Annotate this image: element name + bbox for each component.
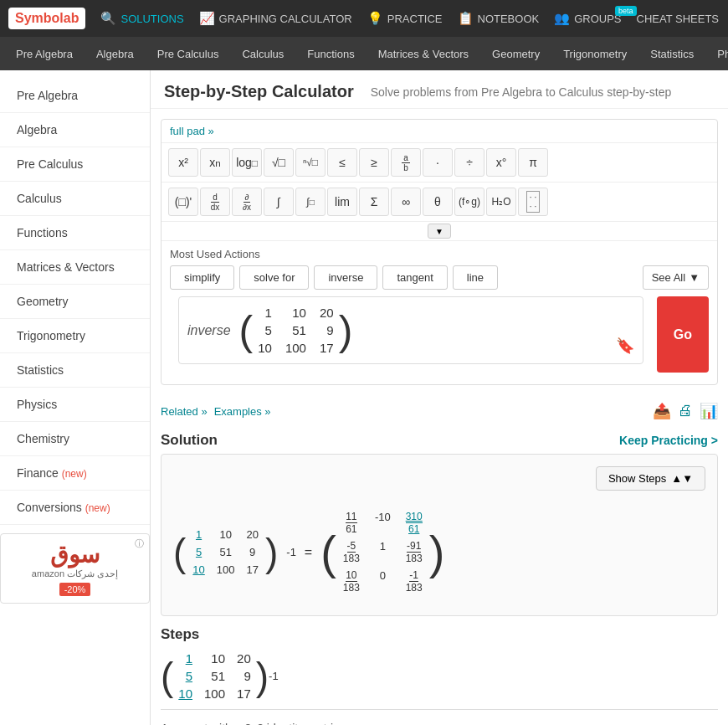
cat-matrices[interactable]: Matrices & Vectors — [367, 37, 480, 70]
nav-cheatsheets[interactable]: CHEAT SHEETS — [637, 13, 719, 25]
sym-partial[interactable]: ∂ ∂x — [232, 188, 262, 216]
conversions-new-badge: (new) — [85, 502, 110, 514]
sym-matrix[interactable]: · ·· · — [518, 188, 548, 216]
steps-title: Steps — [161, 626, 718, 643]
result-left-paren: ( — [320, 525, 336, 579]
see-all-button[interactable]: See All ▼ — [643, 265, 709, 290]
cat-calculus[interactable]: Calculus — [230, 37, 295, 70]
matrix-grid: 11020 5519 1010017 — [253, 306, 338, 355]
sym-intdef[interactable]: ∫□ — [295, 188, 326, 216]
sym-h2o[interactable]: H₂O — [486, 188, 516, 216]
nav-groups[interactable]: 👥 GROUPS beta — [554, 11, 621, 26]
sidebar-item-geometry[interactable]: Geometry — [0, 285, 150, 319]
right-paren: ) — [339, 310, 353, 352]
export-icon[interactable]: 📊 — [700, 402, 718, 420]
sym-nrt[interactable]: ⁿ√□ — [295, 148, 326, 177]
sidebar-item-matrices[interactable]: Matrices & Vectors — [0, 250, 150, 285]
sidebar-item-calculus[interactable]: Calculus — [0, 182, 150, 216]
chevron-down-icon: ▼ — [689, 271, 700, 284]
solution-input-matrix: ( 11020 5519 1010017 ) — [173, 525, 278, 579]
action-tangent[interactable]: tangent — [382, 265, 447, 290]
see-all-label: See All — [652, 271, 685, 284]
related-links: Related » Examples » — [161, 405, 271, 418]
sidebar-item-physics[interactable]: Physics — [0, 388, 150, 422]
sym-theta[interactable]: θ — [423, 188, 453, 216]
bookmark-icon[interactable]: 🔖 — [616, 337, 634, 355]
keep-practicing-link[interactable]: Keep Practicing > — [619, 434, 718, 447]
practice-icon: 💡 — [367, 11, 383, 26]
sidebar-item-prealgebra[interactable]: Pre Algebra — [0, 79, 150, 113]
sidebar-item-functions[interactable]: Functions — [0, 216, 150, 250]
sidebar-item-trigonometry[interactable]: Trigonometry — [0, 319, 150, 353]
sym-sqrt[interactable]: √□ — [264, 148, 294, 177]
actions-row: Most Used Actions simplify solve for inv… — [161, 241, 717, 296]
graphing-icon: 📈 — [199, 11, 215, 26]
sym-geq[interactable]: ≥ — [359, 148, 389, 177]
action-inverse[interactable]: inverse — [314, 265, 377, 290]
sym-dot[interactable]: · — [423, 148, 453, 177]
main-layout: Pre Algebra Algebra Pre Calculus Calculu… — [0, 70, 728, 725]
action-line[interactable]: line — [453, 265, 498, 290]
sym-x2[interactable]: x² — [168, 148, 198, 177]
left-paren: ( — [239, 310, 254, 352]
action-simplify[interactable]: simplify — [170, 265, 234, 290]
symbol-toolbar-row2: (□)' d dx ∂ ∂x ∫ ∫□ lim Σ ∞ — [161, 183, 717, 222]
sym-frac[interactable]: a b — [391, 148, 421, 177]
action-buttons: simplify solve for inverse tangent line … — [170, 265, 709, 290]
go-button[interactable]: Go — [657, 296, 709, 373]
show-steps-chevron: ▲▼ — [671, 472, 693, 485]
math-input-area[interactable]: inverse ( 11020 5519 1010017 ) 🔖 — [178, 296, 643, 364]
logo[interactable]: Symbolab — [8, 8, 85, 29]
sym-inf[interactable]: ∞ — [391, 188, 421, 216]
page-header: Step-by-Step Calculator Solve problems f… — [151, 70, 728, 109]
sym-comp[interactable]: (f∘g) — [454, 188, 484, 216]
input-matrix-display: ( 11020 5519 1010017 ) — [239, 306, 353, 355]
cat-trigonometry[interactable]: Trigonometry — [551, 37, 638, 70]
share-icon[interactable]: 📤 — [653, 402, 671, 420]
examples-link[interactable]: Examples » — [214, 405, 271, 418]
related-link[interactable]: Related » — [161, 405, 208, 418]
power-label: -1 — [286, 546, 296, 558]
sidebar-item-finance[interactable]: Finance (new) — [0, 456, 150, 491]
cat-geometry[interactable]: Geometry — [480, 37, 551, 70]
nav-solutions[interactable]: 🔍 SOLUTIONS — [100, 11, 183, 26]
sidebar-item-chemistry[interactable]: Chemistry — [0, 422, 150, 456]
cat-precalculus[interactable]: Pre Calculus — [146, 37, 231, 70]
sol-left-paren: ( — [173, 530, 186, 575]
sym-logb[interactable]: log□ — [232, 148, 262, 177]
cat-prealgebra[interactable]: Pre Algebra — [4, 37, 85, 70]
cat-algebra[interactable]: Algebra — [85, 37, 146, 70]
step-right-paren: ) — [256, 654, 269, 699]
sym-lim[interactable]: lim — [327, 188, 357, 216]
sym-int[interactable]: ∫ — [264, 188, 294, 216]
ad-info-icon[interactable]: ⓘ — [135, 537, 144, 550]
sym-deg[interactable]: x° — [486, 148, 516, 177]
sym-leq[interactable]: ≤ — [327, 148, 357, 177]
sym-xn[interactable]: xn — [200, 148, 230, 177]
full-pad-link[interactable]: full pad » — [161, 120, 717, 143]
sym-div[interactable]: ÷ — [454, 148, 484, 177]
nav-notebook-label: NOTEBOOK — [478, 13, 540, 25]
sym-pi[interactable]: π — [518, 148, 548, 177]
solution-header: Solution Keep Practicing > — [151, 427, 728, 454]
cat-physics[interactable]: Physi... — [705, 37, 728, 70]
sidebar-item-conversions[interactable]: Conversions (new) — [0, 491, 150, 525]
sym-deriv[interactable]: (□)' — [168, 188, 198, 216]
finance-new-badge: (new) — [62, 468, 87, 480]
nav-graphing[interactable]: 📈 GRAPHING CALCULATOR — [199, 11, 352, 26]
sym-dx[interactable]: d dx — [200, 188, 230, 216]
show-steps-button[interactable]: Show Steps ▲▼ — [596, 466, 705, 491]
logo-suffix: bolab — [44, 11, 79, 26]
cat-functions[interactable]: Functions — [295, 37, 366, 70]
sidebar-item-statistics[interactable]: Statistics — [0, 353, 150, 388]
action-solvefor[interactable]: solve for — [239, 265, 309, 290]
expand-button[interactable]: ▼ — [428, 224, 451, 239]
step-matrix-grid: 11020 5519 1010017 — [173, 651, 255, 701]
cat-statistics[interactable]: Statistics — [638, 37, 705, 70]
nav-practice[interactable]: 💡 PRACTICE — [367, 11, 443, 26]
sidebar-item-precalculus[interactable]: Pre Calculus — [0, 147, 150, 182]
sidebar-item-algebra[interactable]: Algebra — [0, 113, 150, 147]
print-icon[interactable]: 🖨 — [678, 402, 693, 420]
sym-sum[interactable]: Σ — [359, 188, 389, 216]
nav-notebook[interactable]: 📋 NOTEBOOK — [458, 11, 540, 26]
